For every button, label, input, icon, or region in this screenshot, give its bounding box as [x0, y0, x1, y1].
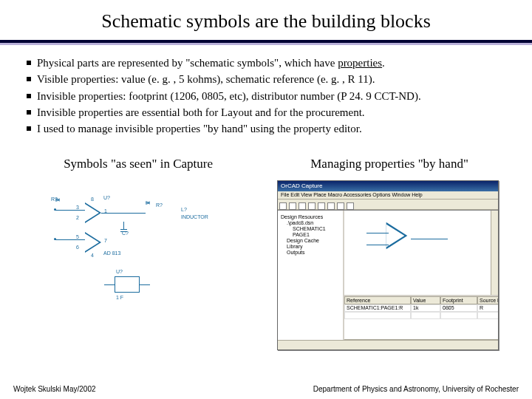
bullet-text: Visible properties: value (e. g. , 5 koh…: [37, 72, 375, 86]
schematic-figure: 3 2 5 6 1 7 8 4 U? AD 813 /\/\/\ R? /\/\…: [33, 180, 240, 321]
pin-label: 8: [91, 197, 94, 202]
toolbar-button-icon[interactable]: [337, 202, 344, 210]
figure-captions: Symbols "as seen" in Capture Managing pr…: [0, 143, 532, 177]
window-toolbar: [278, 200, 498, 210]
ref-label: R?: [156, 202, 163, 208]
bullet-item: Visible properties: value (e. g. , 5 koh…: [27, 72, 510, 86]
ref-label: U?: [116, 269, 123, 274]
wire: [366, 233, 389, 233]
toolbar-button-icon[interactable]: [347, 202, 354, 210]
cell[interactable]: [477, 312, 499, 319]
cap-plate: [120, 231, 127, 232]
wire: [104, 284, 115, 285]
pin-label: 7: [104, 238, 107, 243]
schematic-pane[interactable]: Reference Value Footprint Source Part SC…: [344, 211, 498, 340]
resistor-icon: /\/\/\: [144, 201, 151, 203]
editor-body: Design Resources .\padc8.dsn SCHEMATIC1 …: [278, 210, 498, 340]
cell[interactable]: SCHEMATIC1:PAGE1:R: [344, 304, 411, 312]
cell[interactable]: [440, 312, 477, 319]
statusbar: [278, 340, 498, 349]
tree-node[interactable]: .\padc8.dsn: [281, 220, 340, 225]
bullet-text: Invisible properties: footprint (1206, 0…: [37, 89, 421, 103]
wire: [101, 213, 146, 214]
footer-right: Department of Physics and Astronomy, Uni…: [313, 385, 519, 393]
pin-label: 6: [76, 245, 79, 250]
grid-row[interactable]: SCHEMATIC1:PAGE1:R 1k 0805 R: [344, 304, 498, 312]
opamp-icon: [85, 202, 101, 223]
bullet-list: Physical parts are represented by "schem…: [0, 45, 532, 143]
page-title: Schematic symbols are the building block…: [0, 0, 532, 40]
bullet-item: Invisible properties are essential both …: [27, 105, 510, 120]
bullet-icon: [27, 110, 31, 115]
ref-label: L?: [181, 207, 187, 212]
bullet-item: Invisible properties: footprint (1206, 0…: [27, 89, 510, 103]
wire: [411, 239, 448, 239]
cell[interactable]: R: [477, 304, 499, 312]
wire: [55, 210, 85, 211]
bullet-icon: [27, 94, 31, 98]
col-header[interactable]: Reference: [344, 296, 411, 304]
part-label: AD 813: [103, 250, 120, 256]
bullet-item: I used to manage invisible properties "b…: [27, 121, 510, 136]
wire: [140, 284, 150, 285]
pin-label: 4: [91, 253, 94, 258]
footer: Wojtek Skulski May/2002 Department of Ph…: [0, 385, 532, 393]
bullet-icon: [27, 126, 31, 131]
tree-node[interactable]: PAGE1: [281, 232, 340, 237]
col-header[interactable]: Value: [411, 296, 440, 304]
window-titlebar: OrCAD Capture: [278, 181, 498, 191]
bullet-icon: [27, 61, 31, 65]
tree-node[interactable]: SCHEMATIC1: [281, 226, 340, 231]
opamp-icon: [85, 232, 101, 253]
project-tree[interactable]: Design Resources .\padc8.dsn SCHEMATIC1 …: [278, 211, 344, 340]
pin-label: 5: [76, 234, 79, 239]
toolbar-button-icon[interactable]: [318, 202, 325, 210]
tree-node[interactable]: Outputs: [281, 250, 340, 255]
caption-left: Symbols "as seen" in Capture: [64, 157, 213, 171]
tree-node[interactable]: Design Cache: [281, 238, 340, 243]
window-menubar: File Edit View Place Macro Accessories O…: [278, 191, 498, 200]
cell[interactable]: [411, 312, 440, 319]
toolbar-button-icon[interactable]: [308, 202, 316, 210]
caption-right: Managing properties "by hand": [310, 157, 468, 171]
property-editor-window: OrCAD Capture File Edit View Place Macro…: [277, 180, 499, 350]
tree-node[interactable]: Design Resources: [281, 214, 340, 219]
wire: [123, 222, 124, 229]
pin-label: 2: [76, 215, 79, 220]
component-box: [115, 276, 140, 293]
toolbar-button-icon[interactable]: [289, 202, 296, 210]
value-label: 1 F: [116, 295, 123, 300]
property-grid[interactable]: Reference Value Footprint Source Part SC…: [344, 295, 498, 339]
toolbar-button-icon[interactable]: [299, 202, 306, 210]
ref-label: U?: [103, 195, 110, 200]
bullet-item: Physical parts are represented by "schem…: [27, 55, 510, 70]
grid-row[interactable]: [344, 312, 498, 319]
ref-label: R?: [51, 197, 58, 202]
bullet-underline: properties: [338, 57, 382, 69]
bullet-text: Physical parts are represented by "schem…: [37, 57, 338, 69]
bullet-text: Invisible properties are essential both …: [37, 105, 365, 120]
cell[interactable]: [344, 312, 411, 319]
pin-label: 3: [76, 205, 79, 210]
bullet-icon: [27, 77, 31, 81]
col-header[interactable]: Footprint: [440, 296, 477, 304]
value-label: INDUCTOR: [181, 214, 208, 219]
cell[interactable]: 1k: [411, 304, 440, 312]
toolbar-button-icon[interactable]: [327, 202, 335, 210]
wire: [55, 239, 85, 240]
tree-node[interactable]: Library: [281, 244, 340, 249]
cell[interactable]: 0805: [440, 304, 477, 312]
cap-plate: [120, 229, 127, 230]
opamp-icon: [386, 222, 408, 249]
bullet-text: I used to manage invisible properties "b…: [37, 121, 362, 136]
grid-header: Reference Value Footprint Source Part: [344, 296, 498, 304]
col-header[interactable]: Source Part: [477, 296, 499, 304]
footer-left: Wojtek Skulski May/2002: [13, 385, 96, 393]
bullet-text-post: .: [382, 57, 385, 69]
wire: [366, 245, 389, 245]
toolbar-button-icon[interactable]: [279, 202, 287, 210]
